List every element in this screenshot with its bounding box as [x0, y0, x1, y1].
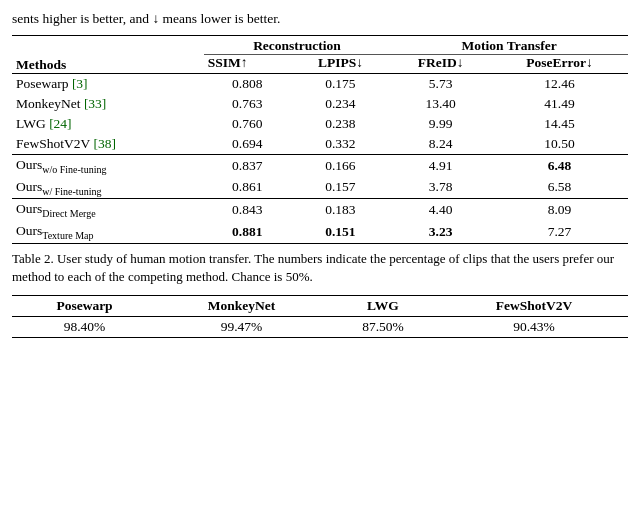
- cell-lpips: 0.157: [291, 177, 391, 199]
- cell-ssim: 0.694: [204, 134, 291, 155]
- reconstruction-header: Reconstruction: [204, 35, 390, 54]
- cell-freid: 4.40: [390, 199, 491, 221]
- cell-ssim: 0.837: [204, 154, 291, 176]
- cell-ssim: 0.843: [204, 199, 291, 221]
- bottom-cell: 99.47%: [157, 317, 326, 338]
- motion-transfer-header: Motion Transfer: [390, 35, 628, 54]
- col-ssim-header: SSIM↑: [204, 54, 291, 73]
- cell-freid: 13.40: [390, 94, 491, 114]
- method-name: FewShotV2V [38]: [12, 134, 204, 155]
- cell-lpips: 0.183: [291, 199, 391, 221]
- cell-ssim: 0.861: [204, 177, 291, 199]
- cell-ssim: 0.881: [204, 221, 291, 243]
- reference: [38]: [93, 136, 116, 151]
- cell-ssim: 0.808: [204, 73, 291, 94]
- cell-freid: 3.23: [390, 221, 491, 243]
- cell-freid: 4.91: [390, 154, 491, 176]
- bottom-col-header: FewShotV2V: [440, 296, 628, 317]
- col-lpips-header: LPIPS↓: [291, 54, 391, 73]
- method-name: LWG [24]: [12, 114, 204, 134]
- cell-freid: 8.24: [390, 134, 491, 155]
- table-row: FewShotV2V [38]0.6940.3328.2410.50: [12, 134, 628, 155]
- cell-pose: 6.58: [491, 177, 628, 199]
- table-row: Oursw/o Fine-tuning0.8370.1664.916.48: [12, 154, 628, 176]
- main-table: Methods Reconstruction Motion Transfer S…: [12, 35, 628, 244]
- cell-pose: 7.27: [491, 221, 628, 243]
- cell-pose: 41.49: [491, 94, 628, 114]
- method-name: MonkeyNet [33]: [12, 94, 204, 114]
- table-row: MonkeyNet [33]0.7630.23413.4041.49: [12, 94, 628, 114]
- reference: [33]: [84, 96, 107, 111]
- cell-pose: 10.50: [491, 134, 628, 155]
- cell-ssim: 0.763: [204, 94, 291, 114]
- method-sub: w/ Fine-tuning: [42, 185, 101, 196]
- cell-lpips: 0.332: [291, 134, 391, 155]
- bottom-col-header: Posewarp: [12, 296, 157, 317]
- method-sub: Direct Merge: [42, 208, 95, 219]
- col-pose-header: PoseError↓: [491, 54, 628, 73]
- cell-ssim: 0.760: [204, 114, 291, 134]
- method-name: Oursw/ Fine-tuning: [12, 177, 204, 199]
- bottom-col-header: MonkeyNet: [157, 296, 326, 317]
- cell-freid: 9.99: [390, 114, 491, 134]
- method-sub: w/o Fine-tuning: [42, 164, 106, 175]
- cell-lpips: 0.175: [291, 73, 391, 94]
- table-row: OursDirect Merge0.8430.1834.408.09: [12, 199, 628, 221]
- cell-pose: 8.09: [491, 199, 628, 221]
- table-row: Posewarp [3]0.8080.1755.7312.46: [12, 73, 628, 94]
- method-name: Oursw/o Fine-tuning: [12, 154, 204, 176]
- method-name: Posewarp [3]: [12, 73, 204, 94]
- col-methods-header: Methods: [12, 35, 204, 73]
- bottom-col-header: LWG: [326, 296, 440, 317]
- cell-pose: 14.45: [491, 114, 628, 134]
- table-row: OursTexture Map0.8810.1513.237.27: [12, 221, 628, 243]
- col-freid-header: FReID↓: [390, 54, 491, 73]
- method-name: OursTexture Map: [12, 221, 204, 243]
- cell-lpips: 0.234: [291, 94, 391, 114]
- cell-freid: 3.78: [390, 177, 491, 199]
- bottom-table: PosewarpMonkeyNetLWGFewShotV2V 98.40%99.…: [12, 295, 628, 338]
- bottom-cell: 90.43%: [440, 317, 628, 338]
- cell-pose: 6.48: [491, 154, 628, 176]
- table-row: Oursw/ Fine-tuning0.8610.1573.786.58: [12, 177, 628, 199]
- reference: [24]: [49, 116, 72, 131]
- table-caption: Table 2. User study of human motion tran…: [12, 250, 628, 288]
- cell-lpips: 0.166: [291, 154, 391, 176]
- bottom-cell: 87.50%: [326, 317, 440, 338]
- cell-pose: 12.46: [491, 73, 628, 94]
- table-row: LWG [24]0.7600.2389.9914.45: [12, 114, 628, 134]
- method-sub: Texture Map: [42, 230, 93, 241]
- method-name: OursDirect Merge: [12, 199, 204, 221]
- cell-freid: 5.73: [390, 73, 491, 94]
- intro-text: sents higher is better, and ↓ means lowe…: [12, 10, 628, 29]
- cell-lpips: 0.238: [291, 114, 391, 134]
- bottom-cell: 98.40%: [12, 317, 157, 338]
- cell-lpips: 0.151: [291, 221, 391, 243]
- reference: [3]: [72, 76, 88, 91]
